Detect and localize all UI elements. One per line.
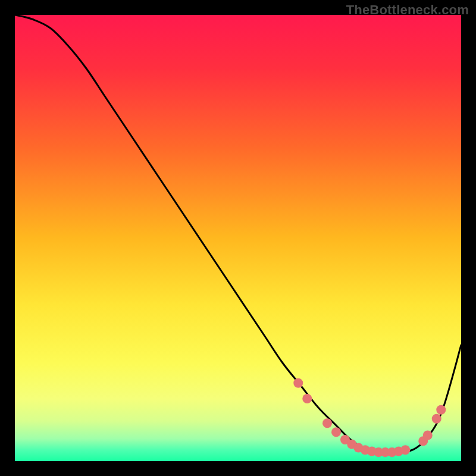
curve-marker — [302, 394, 312, 403]
plot-area — [15, 15, 461, 461]
curve-marker — [322, 418, 332, 428]
chart-svg — [15, 15, 461, 461]
curve-marker — [432, 414, 441, 424]
curve-marker — [436, 405, 446, 415]
curve-marker — [331, 427, 341, 437]
watermark-text: TheBottleneck.com — [346, 2, 469, 18]
gradient-background — [15, 15, 461, 461]
chart-frame: TheBottleneck.com — [0, 0, 476, 476]
curve-marker — [423, 431, 433, 440]
curve-marker — [293, 378, 303, 388]
curve-marker — [400, 445, 410, 455]
